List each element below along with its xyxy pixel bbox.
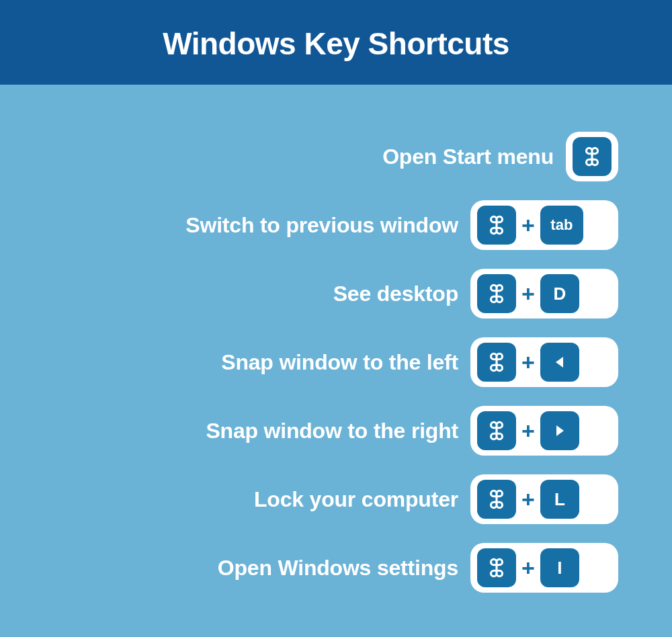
command-key-icon [477, 548, 516, 587]
shortcut-label: Snap window to the right [206, 419, 458, 443]
shortcut-row: Switch to previous window + tab [40, 200, 618, 250]
plus-separator: + [520, 419, 536, 442]
shortcut-label: Lock your computer [254, 487, 458, 512]
shortcut-label: Switch to previous window [185, 213, 458, 238]
arrow-right-icon [540, 411, 579, 450]
shortcut-label: Snap window to the left [221, 350, 458, 375]
key-group: + D [470, 269, 618, 318]
header: Windows Key Shortcuts [0, 0, 672, 85]
plus-separator: + [520, 488, 536, 511]
key-group: + I [470, 543, 618, 593]
command-key-icon [477, 411, 516, 450]
shortcut-row: Open Windows settings + I [40, 543, 618, 593]
shortcut-row: Open Start menu [40, 132, 618, 181]
command-key-icon [477, 343, 516, 382]
shortcut-list: Open Start menu Switch to previous windo… [0, 85, 672, 637]
key-group: + [470, 406, 618, 456]
page-title: Windows Key Shortcuts [0, 26, 672, 62]
shortcut-row: Snap window to the right + [40, 406, 618, 456]
command-key-icon [477, 480, 516, 519]
key-group: + L [470, 474, 618, 524]
key-group [566, 132, 618, 181]
command-key-icon [477, 206, 516, 245]
tab-key: tab [540, 206, 583, 245]
plus-separator: + [520, 214, 536, 237]
letter-key-l: L [540, 480, 579, 519]
shortcut-label: Open Start menu [382, 144, 554, 169]
key-group: + tab [470, 200, 618, 250]
shortcut-row: Snap window to the left + [40, 337, 618, 387]
letter-key-i: I [540, 548, 579, 587]
arrow-left-icon [540, 343, 579, 382]
key-group: + [470, 337, 618, 387]
letter-key-d: D [540, 274, 579, 313]
plus-separator: + [520, 556, 536, 579]
shortcut-label: Open Windows settings [218, 556, 458, 581]
shortcut-label: See desktop [333, 282, 458, 306]
shortcut-row: Lock your computer + L [40, 474, 618, 524]
command-key-icon [573, 137, 612, 176]
command-key-icon [477, 274, 516, 313]
plus-separator: + [520, 351, 536, 374]
plus-separator: + [520, 282, 536, 305]
shortcut-row: See desktop + D [40, 269, 618, 318]
